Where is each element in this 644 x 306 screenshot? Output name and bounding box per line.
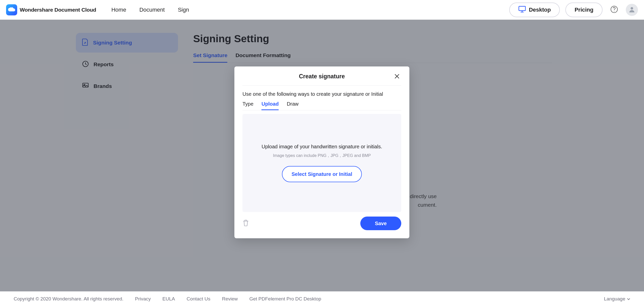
signature-tab-type[interactable]: Type [242, 101, 253, 110]
app-footer: Copyright © 2020 Wondershare. All rights… [0, 291, 644, 306]
footer-left: Copyright © 2020 Wondershare. All rights… [14, 296, 321, 302]
language-selector[interactable]: Language [604, 296, 630, 302]
nav-sign[interactable]: Sign [178, 7, 189, 13]
footer-privacy[interactable]: Privacy [135, 296, 151, 302]
pricing-button[interactable]: Pricing [565, 3, 603, 17]
desktop-button[interactable]: Desktop [509, 3, 560, 17]
save-button[interactable]: Save [360, 217, 401, 230]
pricing-label: Pricing [574, 7, 593, 13]
monitor-icon [518, 6, 526, 14]
modal-footer: Save [242, 217, 401, 230]
signature-tab-draw[interactable]: Draw [287, 101, 299, 110]
user-icon [628, 6, 635, 14]
svg-rect-0 [519, 6, 525, 11]
upload-file-types-hint: Image types can include PNG，JPG，JPEG and… [273, 153, 371, 158]
close-icon [394, 76, 400, 80]
help-button[interactable] [608, 4, 620, 16]
brand-name: Wondershare Document Cloud [20, 7, 96, 13]
footer-copyright: Copyright © 2020 Wondershare. All rights… [14, 296, 123, 302]
footer-contact[interactable]: Contact Us [187, 296, 210, 302]
footer-eula[interactable]: EULA [162, 296, 175, 302]
modal-header: Create signature [242, 73, 401, 86]
trash-icon [242, 223, 249, 227]
modal-close-button[interactable] [394, 74, 401, 81]
brand-logo[interactable]: Wondershare Document Cloud [6, 4, 96, 15]
nav-document[interactable]: Document [139, 7, 165, 13]
nav-home[interactable]: Home [111, 7, 126, 13]
signature-method-tabs: Type Upload Draw [242, 101, 401, 110]
help-icon [610, 5, 618, 14]
svg-point-4 [614, 11, 615, 11]
language-label: Language [604, 296, 625, 302]
desktop-label: Desktop [529, 7, 551, 13]
logo-mark-icon [6, 4, 17, 15]
delete-signature-button[interactable] [242, 219, 249, 227]
modal-title: Create signature [299, 73, 345, 80]
signature-tab-upload[interactable]: Upload [261, 101, 279, 110]
svg-point-5 [631, 7, 633, 10]
top-nav: Home Document Sign [111, 7, 189, 13]
user-avatar[interactable] [626, 4, 638, 16]
create-signature-modal: Create signature Use one of the followin… [234, 66, 409, 238]
app-header: Wondershare Document Cloud Home Document… [0, 0, 644, 20]
header-actions: Desktop Pricing [509, 3, 638, 17]
chevron-down-icon [627, 296, 630, 302]
upload-dropzone[interactable]: Upload image of your handwritten signatu… [242, 114, 401, 212]
footer-get-desktop[interactable]: Get PDFelement Pro DC Desktop [249, 296, 321, 302]
select-signature-button[interactable]: Select Signature or Initial [282, 166, 362, 182]
upload-instruction: Upload image of your handwritten signatu… [262, 144, 382, 150]
footer-review[interactable]: Review [222, 296, 238, 302]
modal-subtitle: Use one of the following ways to create … [242, 86, 401, 101]
